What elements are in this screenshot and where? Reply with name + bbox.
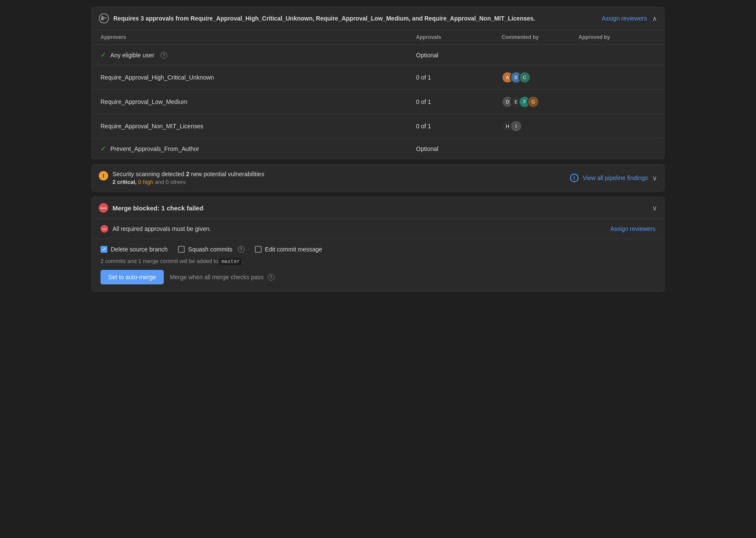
table-row: ✓ Prevent_Approvals_From_Author Optional <box>92 139 664 159</box>
approver-name: Prevent_Approvals_From_Author <box>110 145 199 152</box>
approver-name: Any eligible user <box>110 52 154 59</box>
info-icon[interactable]: i <box>570 174 579 182</box>
approvals-header-left: 8~ Requires 3 approvals from Require_App… <box>99 13 535 24</box>
approver-name: Require_Approval_High_Critical_Unknown <box>100 74 214 81</box>
table-header-row: Approvers Approvals Commented by Approve… <box>92 30 664 45</box>
merge-commit-info: 2 commits and 1 merge commit will be add… <box>100 258 656 265</box>
approval-status: Optional <box>416 145 502 152</box>
avatar: I <box>510 120 522 132</box>
security-header: ! Security scanning detected 2 new poten… <box>92 165 664 191</box>
assign-reviewers-link[interactable]: Assign reviewers <box>602 15 647 22</box>
commented-by-cell: H I <box>502 120 579 132</box>
auto-merge-button[interactable]: Set to auto-merge <box>100 270 164 284</box>
merge-actions: Set to auto-merge Merge when all merge c… <box>100 270 656 284</box>
assign-reviewers-link-merge[interactable]: Assign reviewers <box>610 225 656 232</box>
warning-icon: ! <box>99 171 108 180</box>
check-icon: ✓ <box>100 145 106 153</box>
merge-header-left: — Merge blocked: 1 check failed <box>99 203 204 213</box>
approver-name: Require_Approval_Low_Medium <box>100 98 187 105</box>
approval-status: Optional <box>416 52 502 59</box>
approver-count-icon: 8~ <box>99 13 109 24</box>
edit-commit-checkbox[interactable] <box>255 246 262 253</box>
approver-name-cell: ✓ Any eligible user ? <box>100 51 416 59</box>
avatar: C <box>519 71 531 83</box>
edit-commit-checkbox-item[interactable]: Edit commit message <box>255 246 322 253</box>
merge-when-text: Merge when all merge checks pass ? <box>170 274 274 281</box>
edit-commit-label: Edit commit message <box>265 246 322 253</box>
squash-help-icon[interactable]: ? <box>238 246 245 253</box>
approvals-header-right: Assign reviewers ∧ <box>602 15 657 23</box>
commented-by-cell: A B C <box>502 71 579 83</box>
approver-count-badge: 8~ <box>99 13 109 24</box>
approvals-header: 8~ Requires 3 approvals from Require_App… <box>92 7 664 30</box>
squash-commits-checkbox-item[interactable]: Squash commits ? <box>178 246 244 253</box>
table-row: Require_Approval_Low_Medium 0 of 1 D E F… <box>92 90 664 114</box>
merge-required-text: All required approvals must be given. <box>112 225 211 232</box>
delete-branch-label: Delete source branch <box>111 246 168 253</box>
approver-name-cell: Require_Approval_High_Critical_Unknown <box>100 74 416 81</box>
table-row: Require_Approval_High_Critical_Unknown 0… <box>92 65 664 90</box>
merge-checkboxes: Delete source branch Squash commits ? Ed… <box>100 246 656 253</box>
col-approvals: Approvals <box>416 34 502 40</box>
blocked-small-icon: — <box>100 225 108 233</box>
approver-name: Require_Approval_Non_MIT_Licenses <box>100 123 203 130</box>
approvals-header-title: Requires 3 approvals from Require_Approv… <box>113 15 535 22</box>
table-row: Require_Approval_Non_MIT_Licenses 0 of 1… <box>92 114 664 139</box>
squash-commits-checkbox[interactable] <box>178 246 185 253</box>
merge-sub-left: — All required approvals must be given. <box>100 225 211 233</box>
merge-sub-row: — All required approvals must be given. … <box>92 219 664 239</box>
approver-name-cell: Require_Approval_Low_Medium <box>100 98 416 105</box>
merge-blocked-text: Merge blocked: 1 check failed <box>112 204 204 212</box>
delete-branch-checkbox[interactable] <box>100 246 107 253</box>
chevron-down-icon: ∨ <box>652 174 657 182</box>
chevron-down-icon: ∨ <box>652 204 657 212</box>
chevron-up-icon: ∧ <box>652 15 657 23</box>
security-header-left: ! Security scanning detected 2 new poten… <box>99 171 264 185</box>
security-text: Security scanning detected 2 new potenti… <box>112 171 264 185</box>
col-commented: Commented by <box>502 34 579 40</box>
merge-header: — Merge blocked: 1 check failed ∨ <box>92 197 664 219</box>
branch-name: master <box>220 258 242 265</box>
col-approvers: Approvers <box>100 34 416 40</box>
table-row: ✓ Any eligible user ? Optional <box>92 45 664 65</box>
approval-status: 0 of 1 <box>416 74 502 81</box>
check-icon: ✓ <box>100 51 106 59</box>
merge-options: Delete source branch Squash commits ? Ed… <box>92 239 664 291</box>
merge-when-help-icon[interactable]: ? <box>268 274 275 281</box>
approvals-table: Approvers Approvals Commented by Approve… <box>92 30 664 159</box>
commented-by-cell: D E F G <box>502 96 579 108</box>
security-main-text: Security scanning detected 2 new potenti… <box>112 171 264 177</box>
approver-name-cell: Require_Approval_Non_MIT_Licenses <box>100 123 416 130</box>
security-sub-text: 2 critical, 0 high and 0 others <box>112 179 264 185</box>
col-approved: Approved by <box>579 34 656 40</box>
delete-branch-checkbox-item[interactable]: Delete source branch <box>100 246 168 253</box>
approver-name-cell: ✓ Prevent_Approvals_From_Author <box>100 145 416 153</box>
merge-section: — Merge blocked: 1 check failed ∨ — All … <box>92 197 664 292</box>
approval-status: 0 of 1 <box>416 123 502 130</box>
view-findings-link[interactable]: View all pipeline findings <box>583 174 648 181</box>
squash-commits-label: Squash commits <box>188 246 232 253</box>
main-container: 8~ Requires 3 approvals from Require_App… <box>92 7 664 292</box>
avatar: G <box>527 96 539 108</box>
approvals-section: 8~ Requires 3 approvals from Require_App… <box>92 7 664 159</box>
approval-status: 0 of 1 <box>416 98 502 105</box>
help-icon[interactable]: ? <box>160 52 167 59</box>
merge-blocked-icon: — <box>99 203 108 213</box>
security-header-right: i View all pipeline findings ∨ <box>570 174 657 182</box>
security-section: ! Security scanning detected 2 new poten… <box>92 164 664 192</box>
